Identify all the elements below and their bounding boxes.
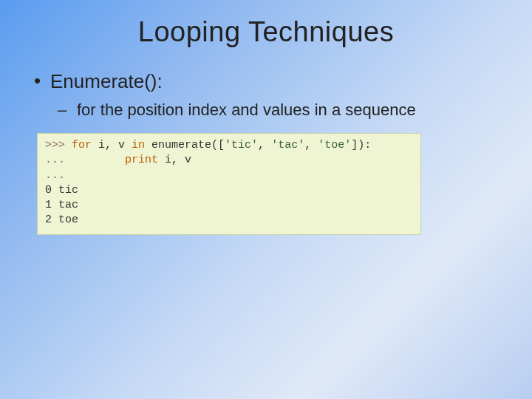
code-line-3: ... (45, 168, 413, 183)
slide-content: Enumerate(): for the position index and … (0, 48, 532, 120)
kw-print: print (125, 154, 158, 166)
code-text: ]): (351, 139, 371, 151)
kw-for: for (72, 139, 92, 151)
bullet-enumerate: Enumerate(): (50, 70, 532, 93)
code-text: i, v (92, 139, 132, 151)
indent (72, 154, 125, 166)
output-line-2: 1 tac (45, 198, 413, 213)
code-text: , (304, 139, 318, 151)
kw-in: in (132, 139, 145, 151)
code-text: i, v (158, 154, 191, 166)
output-line-1: 0 tic (45, 183, 413, 198)
output-line-3: 2 toe (45, 213, 413, 228)
code-block: >>> for i, v in enumerate(['tic', 'tac',… (37, 133, 421, 235)
str-tac: 'tac' (271, 139, 304, 151)
str-tic: 'tic' (225, 139, 258, 151)
slide-title: Looping Techniques (0, 0, 532, 48)
code-line-1: >>> for i, v in enumerate(['tic', 'tac',… (45, 138, 413, 153)
str-toe: 'toe' (318, 139, 351, 151)
bullet-description: for the position index and values in a s… (77, 100, 532, 120)
code-text: enumerate([ (145, 139, 225, 151)
prompt: >>> (45, 139, 72, 151)
prompt-cont: ... (45, 154, 72, 166)
code-text: , (258, 139, 271, 151)
code-line-2: ... print i, v (45, 153, 413, 168)
prompt-cont: ... (45, 169, 65, 182)
slide: Looping Techniques Enumerate(): for the … (0, 0, 532, 399)
